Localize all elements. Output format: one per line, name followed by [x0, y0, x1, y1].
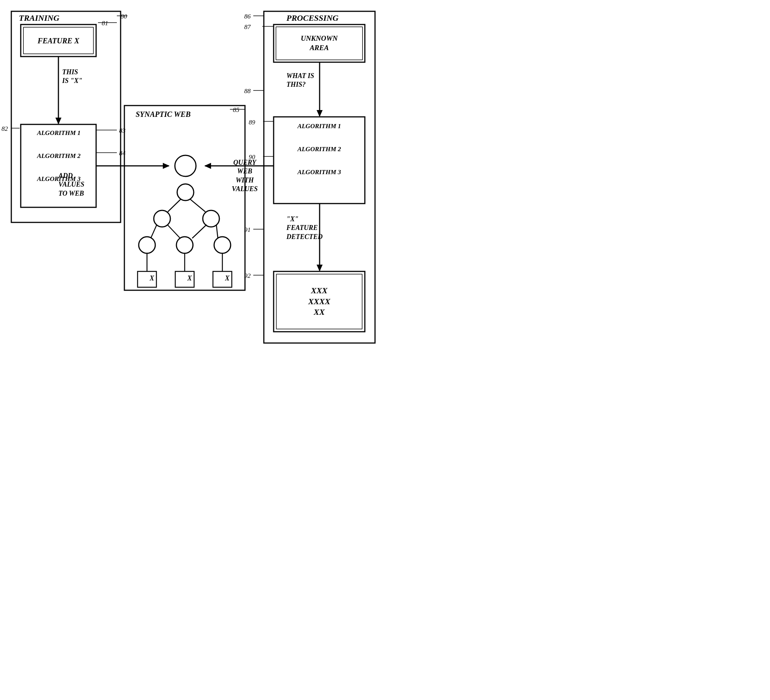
ref-82: 82	[2, 125, 8, 133]
ref-91: 91	[244, 226, 251, 234]
ref-80: 80	[121, 13, 127, 20]
svg-point-18	[177, 184, 194, 201]
x-leaf-2: X	[180, 274, 199, 282]
algorithms-right: ALGORITHM 1ALGORITHM 2ALGORITHM 3	[275, 121, 363, 178]
svg-marker-14	[163, 163, 170, 169]
ref-86: 86	[244, 13, 251, 20]
ref-90: 90	[249, 154, 255, 161]
what-is-this-label: WHAT ISTHIS?	[286, 71, 314, 89]
svg-point-24	[176, 237, 193, 253]
add-values-label: ADDVALUESTO WEB	[58, 172, 84, 198]
query-web-label: QUERYWEBWITHVALUES	[232, 158, 258, 194]
feature-x-box: FEATURE X	[24, 28, 93, 53]
ref-83: 83	[119, 127, 126, 134]
svg-marker-16	[204, 163, 211, 169]
svg-line-26	[151, 225, 157, 238]
x-leaf-1: X	[142, 274, 161, 282]
svg-line-29	[216, 225, 218, 238]
ref-81: 81	[102, 19, 108, 27]
svg-marker-12	[55, 118, 61, 125]
svg-rect-5	[125, 105, 245, 290]
unknown-area-box: UNKNOWNAREA	[276, 27, 362, 60]
ref-87: 87	[244, 23, 251, 31]
processing-label: PROCESSING	[286, 13, 338, 24]
synaptic-web-label: SYNAPTIC WEB	[136, 109, 191, 119]
ref-84: 84	[119, 150, 126, 157]
ref-92: 92	[244, 272, 251, 280]
svg-line-28	[192, 225, 207, 238]
svg-marker-34	[317, 110, 323, 117]
x-leaf-3: X	[218, 274, 237, 282]
diagram: TRAINING FEATURE X THISIS "X" ALGORITHM …	[0, 0, 385, 350]
svg-line-22	[190, 199, 205, 212]
ref-88: 88	[244, 88, 251, 95]
svg-line-21	[168, 199, 181, 212]
ref-89: 89	[249, 119, 255, 126]
this-is-x-label: THISIS "X"	[62, 68, 82, 86]
svg-point-25	[214, 237, 231, 253]
svg-point-23	[139, 237, 155, 253]
output-box: XXXXXXXXX	[277, 274, 362, 329]
svg-point-20	[203, 210, 219, 227]
svg-point-19	[154, 210, 170, 227]
svg-point-17	[175, 155, 196, 177]
ref-85: 85	[233, 106, 239, 114]
x-feature-detected-label: "X"FEATUREDETECTED	[286, 215, 323, 241]
svg-line-27	[167, 225, 180, 238]
svg-marker-36	[317, 265, 323, 271]
training-label: TRAINING	[19, 13, 60, 24]
